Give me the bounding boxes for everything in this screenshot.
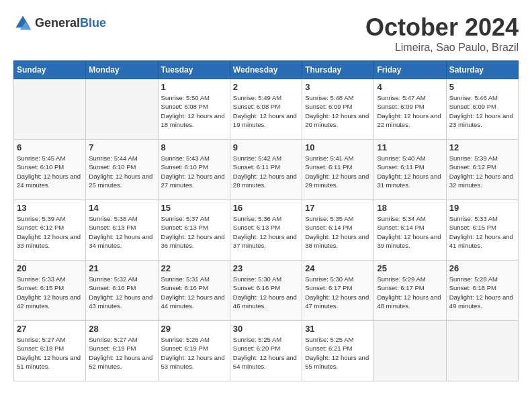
calendar-cell (446, 321, 518, 381)
day-number: 6 (17, 142, 83, 152)
calendar-cell: 11Sunrise: 5:40 AMSunset: 6:11 PMDayligh… (374, 140, 446, 200)
day-number: 24 (305, 263, 371, 273)
day-info: Sunrise: 5:26 AMSunset: 6:19 PMDaylight:… (161, 335, 227, 371)
calendar-cell: 18Sunrise: 5:34 AMSunset: 6:14 PMDayligh… (374, 200, 446, 261)
calendar-week-row: 27Sunrise: 5:27 AMSunset: 6:18 PMDayligh… (14, 321, 519, 381)
calendar-cell: 23Sunrise: 5:30 AMSunset: 6:16 PMDayligh… (230, 261, 302, 321)
day-number: 27 (17, 324, 83, 334)
day-header-tuesday: Tuesday (158, 61, 230, 79)
day-info: Sunrise: 5:34 AMSunset: 6:14 PMDaylight:… (377, 214, 443, 250)
calendar-cell: 8Sunrise: 5:43 AMSunset: 6:10 PMDaylight… (158, 140, 230, 200)
day-info: Sunrise: 5:47 AMSunset: 6:09 PMDaylight:… (377, 93, 443, 129)
calendar-cell: 20Sunrise: 5:33 AMSunset: 6:15 PMDayligh… (14, 261, 86, 321)
day-number: 14 (89, 203, 154, 213)
day-number: 8 (161, 142, 227, 152)
day-number: 10 (305, 142, 371, 152)
calendar-cell: 3Sunrise: 5:48 AMSunset: 6:09 PMDaylight… (302, 79, 374, 140)
day-info: Sunrise: 5:46 AMSunset: 6:09 PMDaylight:… (449, 93, 515, 129)
day-info: Sunrise: 5:40 AMSunset: 6:11 PMDaylight:… (377, 154, 443, 189)
calendar-cell: 14Sunrise: 5:38 AMSunset: 6:13 PMDayligh… (86, 200, 158, 261)
calendar-week-row: 13Sunrise: 5:39 AMSunset: 6:12 PMDayligh… (14, 200, 519, 261)
day-info: Sunrise: 5:45 AMSunset: 6:10 PMDaylight:… (17, 154, 83, 189)
day-info: Sunrise: 5:36 AMSunset: 6:13 PMDaylight:… (233, 214, 299, 250)
calendar-cell: 2Sunrise: 5:49 AMSunset: 6:08 PMDaylight… (230, 79, 302, 140)
day-info: Sunrise: 5:29 AMSunset: 6:17 PMDaylight:… (377, 275, 443, 310)
day-info: Sunrise: 5:42 AMSunset: 6:11 PMDaylight:… (233, 154, 299, 189)
day-info: Sunrise: 5:37 AMSunset: 6:13 PMDaylight:… (161, 214, 227, 250)
day-number: 4 (377, 82, 443, 92)
day-info: Sunrise: 5:41 AMSunset: 6:11 PMDaylight:… (305, 154, 371, 189)
calendar-cell: 28Sunrise: 5:27 AMSunset: 6:19 PMDayligh… (86, 321, 158, 381)
calendar-cell: 21Sunrise: 5:32 AMSunset: 6:16 PMDayligh… (86, 261, 158, 321)
calendar-cell (374, 321, 446, 381)
calendar-cell: 9Sunrise: 5:42 AMSunset: 6:11 PMDaylight… (230, 140, 302, 200)
day-header-thursday: Thursday (302, 61, 374, 79)
day-number: 18 (377, 203, 443, 213)
day-info: Sunrise: 5:33 AMSunset: 6:15 PMDaylight:… (449, 214, 515, 250)
day-number: 17 (305, 203, 371, 213)
logo-wordmark: GeneralBlue (35, 16, 106, 30)
day-info: Sunrise: 5:27 AMSunset: 6:18 PMDaylight:… (17, 335, 83, 371)
calendar-cell: 10Sunrise: 5:41 AMSunset: 6:11 PMDayligh… (302, 140, 374, 200)
calendar-cell: 22Sunrise: 5:31 AMSunset: 6:16 PMDayligh… (158, 261, 230, 321)
logo-icon (13, 13, 32, 32)
day-info: Sunrise: 5:48 AMSunset: 6:09 PMDaylight:… (305, 93, 371, 129)
calendar-week-row: 1Sunrise: 5:50 AMSunset: 6:08 PMDaylight… (14, 79, 519, 140)
calendar-cell: 19Sunrise: 5:33 AMSunset: 6:15 PMDayligh… (446, 200, 518, 261)
day-info: Sunrise: 5:30 AMSunset: 6:17 PMDaylight:… (305, 275, 371, 310)
calendar-cell: 4Sunrise: 5:47 AMSunset: 6:09 PMDaylight… (374, 79, 446, 140)
day-number: 12 (449, 142, 515, 152)
day-header-saturday: Saturday (446, 61, 518, 79)
calendar-cell (86, 79, 158, 140)
calendar-cell: 24Sunrise: 5:30 AMSunset: 6:17 PMDayligh… (302, 261, 374, 321)
day-number: 23 (233, 263, 299, 273)
day-info: Sunrise: 5:25 AMSunset: 6:20 PMDaylight:… (233, 335, 299, 371)
calendar-cell: 29Sunrise: 5:26 AMSunset: 6:19 PMDayligh… (158, 321, 230, 381)
day-info: Sunrise: 5:35 AMSunset: 6:14 PMDaylight:… (305, 214, 371, 250)
day-info: Sunrise: 5:49 AMSunset: 6:08 PMDaylight:… (233, 93, 299, 129)
day-info: Sunrise: 5:33 AMSunset: 6:15 PMDaylight:… (17, 275, 83, 310)
day-info: Sunrise: 5:38 AMSunset: 6:13 PMDaylight:… (89, 214, 154, 250)
day-header-friday: Friday (374, 61, 446, 79)
calendar-cell: 26Sunrise: 5:28 AMSunset: 6:18 PMDayligh… (446, 261, 518, 321)
page-header: GeneralBlue October 2024 Limeira, Sao Pa… (13, 13, 519, 54)
calendar-week-row: 6Sunrise: 5:45 AMSunset: 6:10 PMDaylight… (14, 140, 519, 200)
day-info: Sunrise: 5:27 AMSunset: 6:19 PMDaylight:… (89, 335, 154, 371)
day-number: 5 (449, 82, 515, 92)
location-title: Limeira, Sao Paulo, Brazil (365, 42, 519, 54)
calendar-cell: 13Sunrise: 5:39 AMSunset: 6:12 PMDayligh… (14, 200, 86, 261)
day-number: 15 (161, 203, 227, 213)
day-number: 13 (17, 203, 83, 213)
day-number: 7 (89, 142, 154, 152)
calendar-cell: 12Sunrise: 5:39 AMSunset: 6:12 PMDayligh… (446, 140, 518, 200)
logo-blue-text: Blue (80, 16, 106, 30)
calendar-cell: 5Sunrise: 5:46 AMSunset: 6:09 PMDaylight… (446, 79, 518, 140)
day-header-monday: Monday (86, 61, 158, 79)
day-number: 16 (233, 203, 299, 213)
day-number: 31 (305, 324, 371, 334)
logo-general-text: General (35, 16, 80, 30)
logo: GeneralBlue (13, 13, 106, 32)
day-number: 11 (377, 142, 443, 152)
day-number: 9 (233, 142, 299, 152)
calendar-cell: 17Sunrise: 5:35 AMSunset: 6:14 PMDayligh… (302, 200, 374, 261)
day-info: Sunrise: 5:44 AMSunset: 6:10 PMDaylight:… (89, 154, 154, 189)
calendar-cell: 7Sunrise: 5:44 AMSunset: 6:10 PMDaylight… (86, 140, 158, 200)
day-info: Sunrise: 5:30 AMSunset: 6:16 PMDaylight:… (233, 275, 299, 310)
title-area: October 2024 Limeira, Sao Paulo, Brazil (365, 13, 519, 54)
day-number: 3 (305, 82, 371, 92)
day-info: Sunrise: 5:32 AMSunset: 6:16 PMDaylight:… (89, 275, 154, 310)
calendar-cell: 30Sunrise: 5:25 AMSunset: 6:20 PMDayligh… (230, 321, 302, 381)
day-number: 28 (89, 324, 154, 334)
day-header-sunday: Sunday (14, 61, 86, 79)
calendar-cell: 16Sunrise: 5:36 AMSunset: 6:13 PMDayligh… (230, 200, 302, 261)
calendar-table: SundayMondayTuesdayWednesdayThursdayFrid… (13, 60, 519, 381)
day-number: 2 (233, 82, 299, 92)
day-info: Sunrise: 5:28 AMSunset: 6:18 PMDaylight:… (449, 275, 515, 310)
day-number: 30 (233, 324, 299, 334)
calendar-cell: 25Sunrise: 5:29 AMSunset: 6:17 PMDayligh… (374, 261, 446, 321)
calendar-cell: 15Sunrise: 5:37 AMSunset: 6:13 PMDayligh… (158, 200, 230, 261)
day-info: Sunrise: 5:31 AMSunset: 6:16 PMDaylight:… (161, 275, 227, 310)
calendar-cell (14, 79, 86, 140)
month-title: October 2024 (365, 13, 519, 42)
